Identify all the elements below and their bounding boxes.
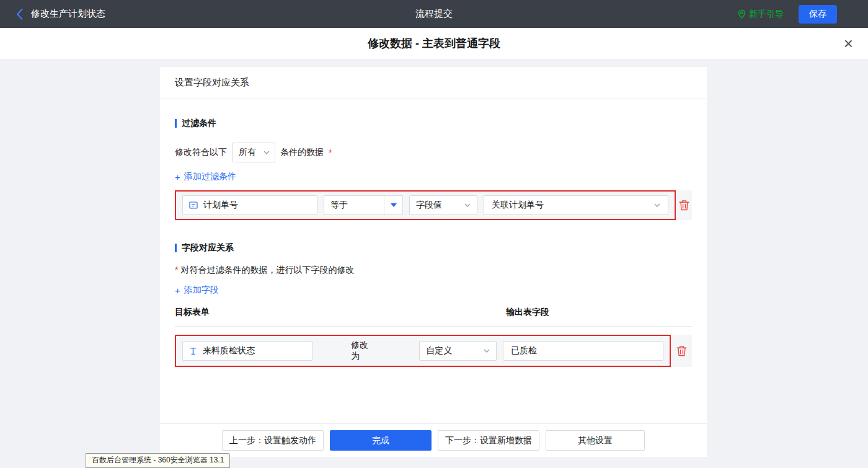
condition-value-select[interactable]: 关联计划单号 — [484, 195, 668, 215]
trash-icon — [676, 345, 687, 356]
guide-link[interactable]: 新手引导 — [738, 9, 784, 20]
condition-value-type-select[interactable]: 字段值 — [409, 195, 477, 215]
output-field-header: 输出表字段 — [506, 307, 549, 318]
browser-status-tooltip: 百数后台管理系统 - 360安全浏览器 13.1 — [86, 453, 230, 468]
target-field-value: 来料质检状态 — [203, 345, 255, 356]
condition-field-value: 计划单号 — [203, 200, 238, 211]
next-step-button[interactable]: 下一步：设置新增数据 — [438, 430, 539, 451]
page-title: 修改生产计划状态 — [31, 8, 105, 20]
add-field-link[interactable]: + 添加字段 — [175, 285, 219, 296]
match-type-value: 所有 — [239, 147, 256, 158]
condition-value-type-value: 字段值 — [416, 200, 442, 211]
dialog-title: 修改数据 - 主表到普通字段 — [368, 36, 500, 51]
chevron-down-icon — [464, 203, 471, 207]
card-body: 过滤条件 修改符合以下 所有 条件的数据 * + 添加过滤条件 — [160, 99, 707, 423]
card-footer: 上一步：设置触发动作 完成 下一步：设置新增数据 其他设置 — [160, 423, 707, 457]
card-header-title: 设置字段对应关系 — [160, 67, 707, 99]
field-mapping-row: 来料质检状态 修改为 自定义 已质检 — [175, 335, 692, 367]
plus-icon: + — [175, 172, 180, 182]
operator-caret-box[interactable] — [384, 196, 402, 214]
caret-down-icon — [391, 203, 397, 207]
condition-value-value: 关联计划单号 — [492, 200, 544, 211]
section-bar-icon — [175, 244, 177, 252]
add-filter-condition-label: 添加过滤条件 — [184, 171, 236, 182]
delete-condition-button[interactable] — [676, 200, 692, 211]
chevron-down-icon — [264, 151, 270, 154]
match-type-select[interactable]: 所有 — [232, 143, 275, 162]
condition-field-input[interactable]: 计划单号 — [182, 195, 317, 215]
filter-condition-highlight: 计划单号 等于 字段值 关联计划单号 — [175, 190, 676, 220]
dialog-header: 修改数据 - 主表到普通字段 × — [0, 28, 868, 59]
field-mapping-highlight: 来料质检状态 修改为 自定义 已质检 — [175, 335, 671, 367]
filter-section-label: 过滤条件 — [182, 118, 216, 129]
mapping-section-label: 字段对应关系 — [182, 242, 234, 254]
match-suffix-text: 条件的数据 — [280, 147, 324, 158]
form-field-icon — [189, 201, 198, 210]
match-prefix-text: 修改符合以下 — [175, 147, 227, 158]
save-button[interactable]: 保存 — [799, 5, 837, 24]
back-icon[interactable] — [16, 9, 23, 20]
filter-section-title: 过滤条件 — [175, 118, 692, 129]
topbar-right: 新手引导 保存 — [738, 5, 837, 24]
guide-label: 新手引导 — [749, 9, 784, 20]
mapping-column-headers: 目标表单 输出表字段 — [175, 307, 692, 327]
prev-step-button[interactable]: 上一步：设置触发动作 — [222, 430, 324, 451]
settings-card: 设置字段对应关系 过滤条件 修改符合以下 所有 条件的数据 * + 添加过滤条件 — [160, 67, 707, 457]
chevron-down-icon — [484, 349, 490, 353]
custom-value-text: 已质检 — [511, 345, 537, 356]
mapping-description-line: * 对符合过滤条件的数据，进行以下字段的修改 — [175, 265, 692, 276]
add-field-label: 添加字段 — [184, 285, 219, 296]
delete-field-button[interactable] — [671, 345, 692, 356]
required-mark: * — [175, 265, 178, 275]
chevron-down-icon — [654, 203, 660, 207]
target-form-header: 目标表单 — [175, 307, 506, 318]
modify-to-label: 修改为 — [351, 340, 376, 362]
other-settings-button[interactable]: 其他设置 — [546, 430, 645, 451]
close-icon[interactable]: × — [844, 35, 853, 51]
value-type-value: 自定义 — [426, 345, 452, 356]
target-field-input[interactable]: 来料质检状态 — [182, 341, 312, 361]
section-bar-icon — [175, 119, 177, 128]
condition-operator-value: 等于 — [330, 200, 348, 211]
mapping-description-text: 对符合过滤条件的数据，进行以下字段的修改 — [180, 265, 354, 276]
condition-operator-select[interactable]: 等于 — [324, 195, 403, 215]
value-type-select[interactable]: 自定义 — [419, 341, 497, 361]
dialog-body: 设置字段对应关系 过滤条件 修改符合以下 所有 条件的数据 * + 添加过滤条件 — [0, 59, 868, 468]
trash-icon — [679, 200, 689, 211]
topbar: 修改生产计划状态 流程提交 新手引导 保存 — [0, 0, 868, 28]
topbar-center-title: 流程提交 — [415, 8, 453, 20]
filter-condition-row: 计划单号 等于 字段值 关联计划单号 — [175, 190, 692, 220]
required-mark: * — [329, 148, 332, 157]
custom-value-input[interactable]: 已质检 — [503, 341, 663, 361]
match-condition-line: 修改符合以下 所有 条件的数据 * — [175, 143, 692, 162]
finish-button[interactable]: 完成 — [330, 430, 432, 451]
text-field-icon — [189, 347, 197, 355]
location-pin-icon — [738, 9, 746, 19]
plus-icon: + — [175, 286, 180, 295]
mapping-section-title: 字段对应关系 — [175, 242, 692, 254]
add-filter-condition-link[interactable]: + 添加过滤条件 — [175, 171, 236, 182]
